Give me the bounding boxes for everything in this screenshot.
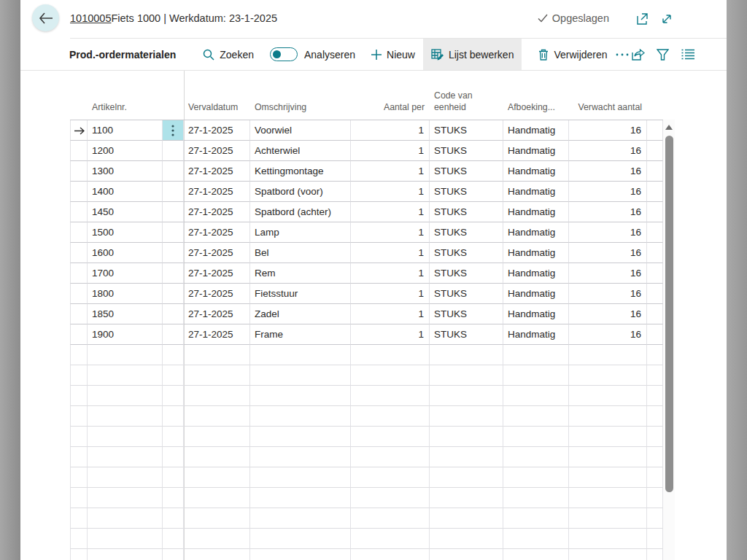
edit-list-button[interactable]: Lijst bewerken — [423, 39, 522, 70]
cell-end-spacer[interactable] — [647, 120, 663, 141]
cell-eenheid[interactable]: STUKS — [430, 222, 503, 243]
cell-omschrijving[interactable]: Bel — [250, 243, 351, 263]
table-row[interactable]: 130027-1-2025Kettingmontage1STUKSHandmat… — [70, 161, 663, 182]
cell-row-menu[interactable] — [163, 243, 184, 263]
cell-eenheid[interactable]: STUKS — [430, 243, 503, 263]
cell-row-indicator[interactable] — [70, 243, 88, 263]
cell-row-menu[interactable] — [163, 202, 184, 222]
cell-row-menu[interactable] — [163, 284, 184, 304]
cell-row-menu[interactable] — [163, 161, 184, 182]
cell-verwacht-aantal[interactable]: 16 — [569, 304, 647, 324]
cell-aantal-per[interactable]: 1 — [351, 120, 430, 141]
cell-row-indicator[interactable] — [70, 202, 88, 222]
cell-row-indicator[interactable] — [70, 222, 88, 243]
scroll-up-icon[interactable] — [665, 125, 673, 130]
cell-omschrijving[interactable]: Kettingmontage — [250, 161, 351, 182]
vertical-scrollbar[interactable] — [663, 120, 675, 560]
expand-icon[interactable] — [659, 12, 674, 26]
cell-aantal-per[interactable]: 1 — [351, 222, 430, 243]
cell-end-spacer[interactable] — [647, 243, 663, 263]
search-button[interactable]: Zoeken — [195, 39, 262, 70]
cell-artikelnr[interactable]: 1100 — [88, 120, 163, 141]
cell-end-spacer[interactable] — [647, 202, 663, 222]
cell-omschrijving[interactable]: Voorwiel — [250, 120, 351, 141]
back-button[interactable] — [32, 4, 59, 31]
cell-end-spacer[interactable] — [647, 324, 663, 345]
cell-afboeking[interactable]: Handmatig — [503, 263, 569, 284]
open-in-window-icon[interactable] — [635, 12, 649, 26]
cell-eenheid[interactable]: STUKS — [430, 324, 503, 345]
cell-vervaldatum[interactable]: 27-1-2025 — [184, 202, 250, 222]
cell-verwacht-aantal[interactable]: 16 — [569, 284, 647, 304]
cell-row-menu[interactable] — [163, 222, 184, 243]
cell-end-spacer[interactable] — [647, 263, 663, 284]
column-header-omschrijving[interactable]: Omschrijving — [250, 71, 351, 120]
cell-verwacht-aantal[interactable]: 16 — [569, 202, 647, 222]
column-header-code-van-eenheid[interactable]: Code van eenheid — [430, 71, 503, 120]
cell-vervaldatum[interactable]: 27-1-2025 — [184, 161, 250, 182]
cell-artikelnr[interactable]: 1700 — [88, 263, 163, 284]
scrollbar-thumb[interactable] — [665, 136, 673, 492]
cell-eenheid[interactable]: STUKS — [430, 202, 503, 222]
column-header-vervaldatum[interactable]: Vervaldatum — [184, 71, 250, 120]
cell-eenheid[interactable]: STUKS — [430, 161, 503, 182]
cell-afboeking[interactable]: Handmatig — [503, 182, 569, 202]
cell-aantal-per[interactable]: 1 — [351, 141, 430, 161]
cell-artikelnr[interactable]: 1800 — [88, 284, 163, 304]
cell-omschrijving[interactable]: Spatbord (achter) — [250, 202, 351, 222]
cell-vervaldatum[interactable]: 27-1-2025 — [184, 222, 250, 243]
cell-afboeking[interactable]: Handmatig — [503, 202, 569, 222]
cell-vervaldatum[interactable]: 27-1-2025 — [184, 304, 250, 324]
cell-omschrijving[interactable]: Spatbord (voor) — [250, 182, 351, 202]
analyze-toggle[interactable] — [270, 47, 298, 61]
analyze-toggle-group[interactable]: Analyseren — [262, 39, 363, 70]
table-row[interactable]: 160027-1-2025Bel1STUKSHandmatig16 — [70, 243, 663, 263]
cell-afboeking[interactable]: Handmatig — [503, 304, 569, 324]
cell-vervaldatum[interactable]: 27-1-2025 — [184, 263, 250, 284]
table-row[interactable]: 180027-1-2025Fietsstuur1STUKSHandmatig16 — [70, 284, 663, 304]
cell-end-spacer[interactable] — [647, 304, 663, 324]
table-row[interactable]: 110027-1-2025Voorwiel1STUKSHandmatig16 — [70, 120, 663, 141]
cell-omschrijving[interactable]: Lamp — [250, 222, 351, 243]
table-row[interactable]: 190027-1-2025Frame1STUKSHandmatig16 — [70, 324, 663, 345]
cell-aantal-per[interactable]: 1 — [351, 202, 430, 222]
cell-afboeking[interactable]: Handmatig — [503, 284, 569, 304]
cell-vervaldatum[interactable]: 27-1-2025 — [184, 141, 250, 161]
cell-row-menu[interactable] — [163, 324, 184, 345]
cell-verwacht-aantal[interactable]: 16 — [569, 324, 647, 345]
table-row[interactable]: 140027-1-2025Spatbord (voor)1STUKSHandma… — [70, 182, 663, 202]
cell-end-spacer[interactable] — [647, 161, 663, 182]
cell-omschrijving[interactable]: Frame — [250, 324, 351, 345]
cell-row-menu[interactable] — [163, 141, 184, 161]
table-row[interactable]: 150027-1-2025Lamp1STUKSHandmatig16 — [70, 222, 663, 243]
cell-omschrijving[interactable]: Fietsstuur — [250, 284, 351, 304]
cell-row-indicator[interactable] — [70, 120, 88, 141]
cell-verwacht-aantal[interactable]: 16 — [569, 120, 647, 141]
more-options-button[interactable] — [616, 44, 629, 66]
cell-omschrijving[interactable]: Zadel — [250, 304, 351, 324]
cell-omschrijving[interactable]: Achterwiel — [250, 141, 351, 161]
cell-aantal-per[interactable]: 1 — [351, 324, 430, 345]
cell-end-spacer[interactable] — [647, 182, 663, 202]
cell-aantal-per[interactable]: 1 — [351, 161, 430, 182]
cell-end-spacer[interactable] — [647, 284, 663, 304]
cell-artikelnr[interactable]: 1400 — [88, 182, 163, 202]
cell-afboeking[interactable]: Handmatig — [503, 120, 569, 141]
cell-afboeking[interactable]: Handmatig — [503, 222, 569, 243]
cell-eenheid[interactable]: STUKS — [430, 284, 503, 304]
cell-row-indicator[interactable] — [70, 324, 88, 345]
cell-artikelnr[interactable]: 1600 — [88, 243, 163, 263]
cell-eenheid[interactable]: STUKS — [430, 263, 503, 284]
cell-row-menu[interactable] — [163, 304, 184, 324]
cell-eenheid[interactable]: STUKS — [430, 304, 503, 324]
cell-aantal-per[interactable]: 1 — [351, 304, 430, 324]
cell-row-indicator[interactable] — [70, 182, 88, 202]
cell-verwacht-aantal[interactable]: 16 — [569, 243, 647, 263]
cell-verwacht-aantal[interactable]: 16 — [569, 141, 647, 161]
cell-afboeking[interactable]: Handmatig — [503, 324, 569, 345]
cell-eenheid[interactable]: STUKS — [430, 141, 503, 161]
cell-eenheid[interactable]: STUKS — [430, 182, 503, 202]
cell-verwacht-aantal[interactable]: 16 — [569, 222, 647, 243]
column-header-artikelnr[interactable]: Artikelnr. — [88, 71, 163, 120]
cell-aantal-per[interactable]: 1 — [351, 284, 430, 304]
